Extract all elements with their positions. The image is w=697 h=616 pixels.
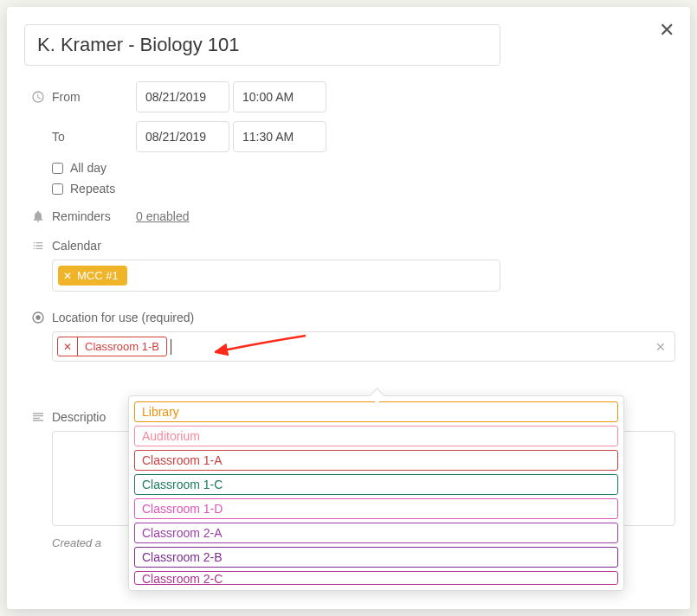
location-clear[interactable]: ✕ (655, 340, 666, 354)
calendar-tag-remove[interactable]: ✕ (63, 270, 72, 282)
location-option[interactable]: Classroom 2-C (134, 571, 618, 585)
reminders-link[interactable]: 0 enabled (136, 209, 190, 223)
location-option[interactable]: Library (134, 401, 618, 422)
from-date-input[interactable] (136, 81, 229, 112)
repeats-checkbox[interactable] (52, 183, 63, 195)
location-tag-label: Classroom 1-B (78, 337, 166, 356)
svg-point-1 (35, 315, 40, 319)
calendar-field[interactable]: ✕ MCC #1 (52, 260, 500, 292)
location-option[interactable]: Auditorium (134, 426, 618, 446)
location-tag-remove[interactable]: ✕ (58, 337, 78, 356)
location-option[interactable]: Classroom 1-A (134, 450, 618, 471)
description-label: Descriptio (52, 410, 106, 424)
description-icon (24, 410, 52, 424)
reminders-label: Reminders (52, 209, 136, 223)
from-label: From (52, 90, 136, 104)
close-button[interactable]: ✕ (659, 19, 674, 42)
text-cursor (171, 339, 171, 355)
event-modal: ✕ From To All day (7, 7, 690, 609)
calendar-tag-label: MCC #1 (77, 269, 119, 282)
list-icon (24, 239, 52, 253)
from-time-input[interactable] (233, 81, 326, 112)
to-label: To (52, 130, 136, 144)
location-field[interactable]: ✕ Classroom 1-B ✕ (52, 331, 675, 362)
to-date-input[interactable] (136, 121, 229, 152)
allday-checkbox[interactable] (52, 163, 63, 174)
calendar-label: Calendar (52, 239, 136, 253)
bell-icon (24, 209, 52, 223)
location-dropdown: LibraryAuditoriumClassroom 1-AClassroom … (128, 395, 624, 591)
radio-icon (24, 311, 52, 324)
location-option[interactable]: Classroom 2-B (134, 547, 618, 568)
location-option[interactable]: Classroom 1-C (134, 474, 618, 495)
clock-icon (24, 90, 52, 104)
location-option[interactable]: Classroom 2-A (134, 523, 618, 543)
event-title-input[interactable] (24, 24, 500, 66)
allday-label: All day (70, 161, 106, 175)
to-time-input[interactable] (233, 121, 326, 152)
calendar-tag[interactable]: ✕ MCC #1 (58, 266, 127, 286)
location-tag[interactable]: ✕ Classroom 1-B (57, 337, 167, 356)
location-option[interactable]: Classroom 1-D (134, 498, 618, 519)
location-label: Location for use (required) (52, 311, 194, 324)
repeats-label: Repeats (70, 182, 115, 196)
